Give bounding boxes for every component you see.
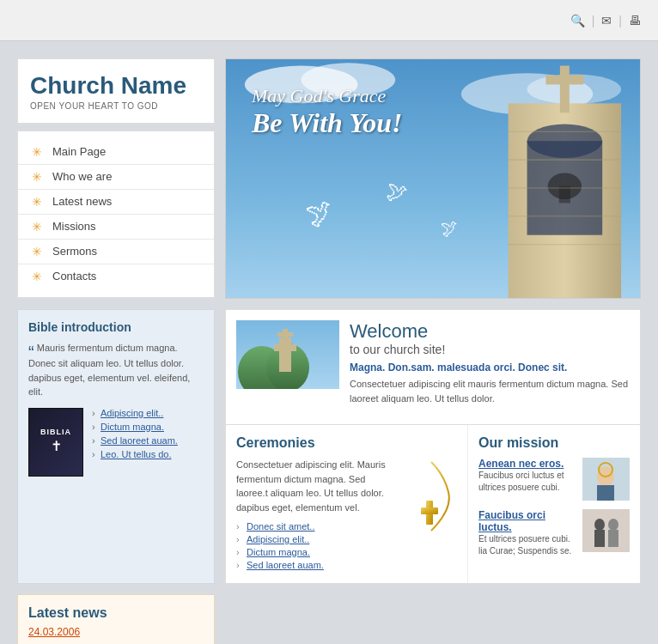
mission-title-2[interactable]: Faucibus orci luctus. [478, 509, 576, 533]
bottom-panels: Ceremonies [225, 425, 641, 584]
svg-point-7 [527, 124, 603, 157]
bible-link-4[interactable]: Leo. Ut tellus do. [92, 449, 178, 459]
nav-item-sermons[interactable]: ✳ Sermons [18, 240, 214, 264]
mission-panel: Our mission Aenean nec eros. Faucibus or… [468, 425, 640, 583]
top-section: Church Name OPEN YOUR HEART TO GOD ✳ Mai… [17, 58, 641, 299]
svg-rect-37 [608, 530, 618, 547]
mission-thumb-1 [582, 458, 630, 501]
nav-asterisk-icon-5: ✳ [30, 245, 44, 258]
search-icon[interactable]: 🔍 [570, 14, 585, 27]
nav-label-missions: Missions [52, 220, 96, 233]
mission-text-2: Faucibus orci luctus. Et ultrices posuer… [478, 509, 576, 557]
nav-asterisk-icon-6: ✳ [30, 270, 44, 283]
site-name: Church Name [30, 73, 202, 100]
nav-label-main: Main Page [52, 145, 106, 158]
svg-rect-33 [582, 509, 630, 552]
welcome-top: Welcome to our church site! Magna. Don.s… [236, 320, 630, 405]
logo-area: Church Name OPEN YOUR HEART TO GOD [17, 58, 215, 124]
nav-asterisk-icon-3: ✳ [30, 195, 44, 209]
ceremonies-heading: Ceremonies [236, 435, 457, 451]
mission-item-2: Faucibus orci luctus. Et ultrices posuer… [478, 509, 630, 557]
sidebar: Church Name OPEN YOUR HEART TO GOD ✳ Mai… [17, 58, 215, 299]
site-tagline: OPEN YOUR HEART TO GOD [30, 101, 202, 111]
svg-rect-9 [559, 186, 570, 204]
print-icon[interactable]: 🖶 [629, 14, 641, 27]
topbar: 🔍 | ✉ | 🖶 [0, 0, 658, 41]
bible-link-2[interactable]: Dictum magna. [92, 422, 178, 432]
nav-item-main[interactable]: ✳ Main Page [18, 140, 214, 165]
hero-line2: Be With You! [252, 107, 402, 139]
nav-area: ✳ Main Page ✳ Who we are ✳ Latest news ✳… [17, 131, 215, 298]
bible-intro-quote: “ Mauris fermentum dictum magna. Donec s… [28, 341, 204, 399]
mission-heading: Our mission [478, 435, 630, 451]
bible-links-list: Adipiscing elit.. Dictum magna. Sed laor… [92, 408, 178, 463]
svg-point-34 [594, 519, 605, 531]
welcome-subheading: to our church site! [350, 343, 630, 356]
welcome-heading: Welcome [350, 320, 630, 343]
ceremony-link-1[interactable]: Donec sit amet.. [236, 521, 457, 532]
mission-body-1: Faucibus orci luctus et ultrices posuere… [478, 470, 576, 494]
bible-intro-panel: Bible introduction “ Mauris fermentum di… [17, 309, 215, 584]
nav-label-who: Who we are [52, 170, 112, 183]
nav-item-contacts[interactable]: ✳ Contacts [18, 264, 214, 289]
mission-item-1: Aenean nec eros. Faucibus orci luctus et… [478, 458, 630, 501]
nav-asterisk-icon: ✳ [30, 145, 44, 159]
svg-rect-24 [274, 344, 296, 351]
nav-item-who[interactable]: ✳ Who we are [18, 165, 214, 190]
hero-banner: 🕊 🕊 🕊 May God's Grace Be With You! [225, 58, 641, 299]
svg-rect-11 [545, 76, 583, 85]
welcome-bold: Magna. Don.sam. malesuada orci. Donec si… [350, 361, 630, 374]
ceremony-link-3[interactable]: Dictum magna. [236, 547, 457, 557]
bible-link-1[interactable]: Adipiscing elit.. [92, 408, 178, 418]
welcome-panel: Welcome to our church site! Magna. Don.s… [225, 309, 641, 425]
ceremony-link-4[interactable]: Sed laoreet auam. [236, 560, 457, 570]
nav-asterisk-icon-2: ✳ [30, 170, 44, 184]
nav-item-news[interactable]: ✳ Latest news [18, 190, 214, 215]
bible-intro-heading: Bible introduction [28, 320, 204, 334]
bible-link-3[interactable]: Sed laoreet auam. [92, 435, 178, 446]
ceremony-links-list: Donec sit amet.. Adipiscing elit.. Dictu… [236, 521, 457, 570]
mission-body-2: Et ultrices posuere cubi. lia Curae; Sus… [478, 533, 576, 557]
svg-rect-26 [277, 332, 293, 337]
cross-icon: ✝ [51, 438, 62, 454]
svg-point-36 [608, 519, 618, 531]
welcome-body: Consectetuer adipiscing elit mauris ferm… [350, 377, 630, 405]
bible-quote-text: Mauris fermentum dictum magna. Donec sit… [28, 343, 190, 397]
svg-rect-35 [594, 530, 605, 547]
email-icon[interactable]: ✉ [601, 14, 612, 27]
svg-text:🕊: 🕊 [440, 217, 460, 239]
svg-text:🕊: 🕊 [385, 179, 409, 205]
middle-section: Bible introduction “ Mauris fermentum di… [17, 309, 641, 584]
main-container: Church Name OPEN YOUR HEART TO GOD ✳ Mai… [0, 41, 658, 644]
latest-news-heading: Latest news [28, 605, 204, 621]
news-date[interactable]: 24.03.2006 [28, 626, 204, 638]
welcome-text: Welcome to our church site! Magna. Don.s… [350, 320, 630, 405]
ceremony-link-2[interactable]: Adipiscing elit.. [236, 534, 457, 544]
mission-thumb-2 [582, 509, 630, 552]
svg-rect-28 [421, 507, 438, 514]
hero-text: May God's Grace Be With You! [252, 85, 402, 139]
bible-book-image: BIBLIA ✝ [28, 408, 83, 477]
church-thumbnail [236, 320, 339, 389]
nav-asterisk-icon-4: ✳ [30, 220, 44, 234]
mission-text-1: Aenean nec eros. Faucibus orci luctus et… [478, 458, 576, 494]
nav-label-news: Latest news [52, 195, 112, 208]
nav-item-missions[interactable]: ✳ Missions [18, 215, 214, 240]
nav-label-sermons: Sermons [52, 245, 97, 258]
nav-label-contacts: Contacts [52, 270, 96, 283]
svg-rect-10 [560, 66, 570, 113]
bible-image-area: BIBLIA ✝ Adipiscing elit.. Dictum magna.… [28, 408, 204, 477]
latest-news-panel: Latest news 24.03.2006 Donec sit amet er… [17, 594, 215, 644]
mission-title-1[interactable]: Aenean nec eros. [478, 458, 576, 470]
ceremonies-panel: Ceremonies [226, 425, 468, 583]
lower-section: Latest news 24.03.2006 Donec sit amet er… [17, 594, 641, 644]
svg-rect-31 [597, 485, 614, 501]
hero-line1: May God's Grace [252, 85, 402, 107]
